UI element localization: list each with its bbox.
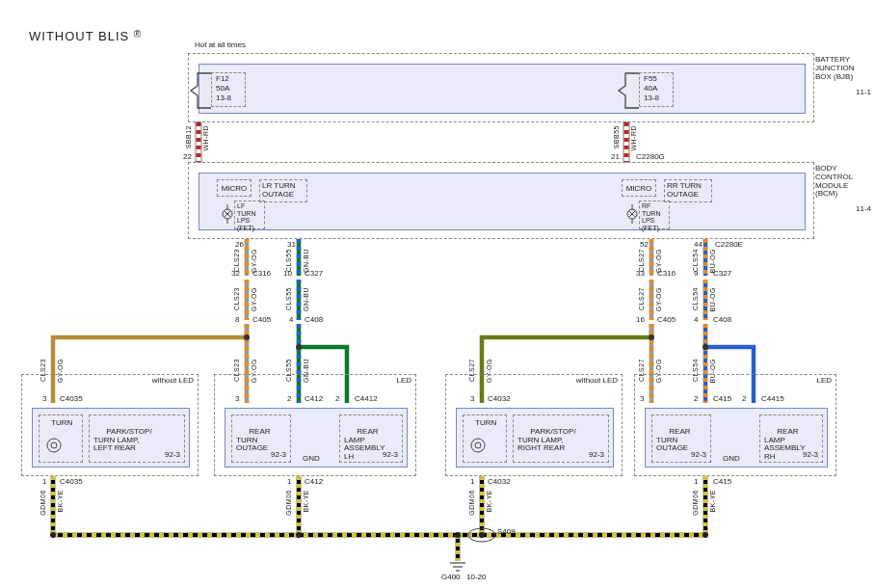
mod2-tag: LED [396,377,411,386]
pin-22: 22 [183,153,192,162]
mod2-inner: REAR TURN OUTAGE 92-3 GND REAR LAMP ASSE… [225,408,408,468]
pin-4: 4 [289,316,293,325]
conn-c405l: C405 [252,316,271,325]
c415b: C415 [713,478,731,487]
w-cls55-2: CLS55 [285,287,292,310]
f12-amp: 50A [216,85,229,94]
mod2-container: LED REAR TURN OUTAGE 92-3 GND REAR LAMP … [214,374,416,476]
lf-turn-lps: LF TURN LPS (FET) [234,200,265,229]
c412b: C412 [305,478,323,487]
rla-rh: REAR LAMP ASSEMBLY RH 92-3 [759,414,823,463]
svg-point-37 [475,442,481,448]
svg-point-52 [479,532,485,538]
svg-point-30 [244,334,250,340]
svg-point-50 [50,532,56,538]
w-buog-2: BU-OG [709,287,716,311]
svg-point-51 [296,532,302,538]
p1-4: 1 [694,478,698,487]
w-gyog-4: GY-OG [655,287,662,311]
w-cls54-2: CLS54 [692,287,699,310]
c4035b: C4035 [60,478,83,487]
fuse-f55: F55 40A 13-8 [639,72,674,107]
wire-whrd2: WH-RD [630,125,637,151]
p1-3: 1 [470,478,474,487]
gw1c: BK-YE [57,490,64,513]
bcm-ref: 11-4 [856,205,871,214]
bcm-name: BODY CONTROL MODULE (BCM) [815,165,871,199]
wire-sbb55: SBB55 [613,125,620,148]
f55-label: F55 [644,75,657,84]
p1-1: 1 [42,478,46,487]
turn-3: TURN [463,414,507,463]
rla-lh: REAR LAMP ASSEMBLY LH 92-3 [339,414,403,463]
bjb-ref: 11-1 [856,89,871,97]
lr-turn-outage: LR TURN OUTAGE [259,179,307,202]
conn-c316r: C316 [657,270,676,279]
pin-9: 9 [694,270,698,279]
turn-1: TURN [39,414,83,463]
hot-label: Hot at all times [195,41,246,50]
conn-c408r: C408 [713,316,731,325]
w-gnbu-2: GN-BU [303,287,309,311]
rf-turn-lps: RF TURN LPS (FET) [639,200,670,229]
pin-10: 10 [283,270,292,279]
pst-left: PARK/STOP/ TURN LAMP, LEFT REAR 92-3 [89,414,185,463]
gw4c: BK-YE [709,490,716,513]
trademark-symbol: ® [134,29,142,40]
gw2: GDM06 [285,490,292,516]
mod3-inner: TURN PARK/STOP/ TURN LAMP, RIGHT REAR 92… [456,408,614,468]
conn-c316l: C316 [252,270,271,279]
pin-32: 32 [231,270,240,279]
mod1-container: without LED TURN PARK/STOP/ TURN LAMP, L… [21,374,199,476]
g400-ref: 10-20 [466,574,486,582]
gnd4: GND [723,455,740,464]
svg-point-33 [703,344,708,350]
f55-page: 13-8 [644,94,659,103]
bcm-inner: MICRO LR TURN OUTAGE LF TURN LPS (FET) M… [199,173,806,230]
rto-right: REAR TURN OUTAGE 92-3 [651,414,711,463]
svg-rect-2 [196,122,201,162]
f55-amp: 40A [644,85,657,94]
svg-point-34 [47,439,61,452]
rto-left: REAR TURN OUTAGE 92-3 [231,414,291,463]
diagram-title: WITHOUT BLIS ® [29,29,142,43]
svg-point-58 [468,528,495,542]
mod4-container: LED REAR TURN OUTAGE 92-3 GND REAR LAMP … [634,374,836,476]
mod1-tag: without LED [152,377,194,386]
pin-33: 33 [636,270,645,279]
f12-label: F12 [216,75,229,84]
svg-point-35 [51,442,57,448]
title-text: WITHOUT BLIS [29,29,129,43]
micro-right: MICRO [622,179,656,197]
p1-2: 1 [287,478,291,487]
bjb-inner: F12 50A 13-8 F55 40A 13-8 [199,64,806,114]
mod1-inner: TURN PARK/STOP/ TURN LAMP, LEFT REAR 92-… [32,408,190,468]
bjb-name: BATTERY JUNCTION BOX (BJB) [815,56,871,81]
mod3-tag: without LED [576,377,618,386]
f12-page: 13-8 [216,94,231,103]
wire-whrd1: WH-RD [202,125,209,151]
pin-16: 16 [636,316,645,325]
w-gyog-3: GY-OG [251,287,257,311]
svg-point-32 [649,334,654,340]
mod4-inner: REAR TURN OUTAGE 92-3 GND REAR LAMP ASSE… [645,408,828,468]
pin-21: 21 [611,153,620,162]
svg-rect-5 [623,122,629,162]
gnd2: GND [303,455,320,464]
gw3: GDM06 [468,490,475,516]
wire-sbb12: SBB12 [185,125,192,148]
svg-point-36 [471,439,485,452]
gw3c: BK-YE [486,490,492,513]
w-cls27-2: CLS27 [638,287,645,310]
conn-c327l: C327 [305,270,323,279]
gw2c: BK-YE [303,490,309,513]
bjb-container: Hot at all times BATTERY JUNCTION BOX (B… [188,53,814,122]
conn-c2280e: C2280E [715,241,743,250]
pin-4r: 4 [694,316,698,325]
gw4: GDM06 [692,490,699,516]
pin-8: 8 [235,316,239,325]
c4032b: C4032 [488,478,511,487]
pst-right: PARK/STOP/ TURN LAMP, RIGHT REAR 92-3 [513,414,609,463]
conn-c2280g: C2280G [636,153,665,162]
rr-turn-outage: RR TURN OUTAGE [664,179,712,202]
